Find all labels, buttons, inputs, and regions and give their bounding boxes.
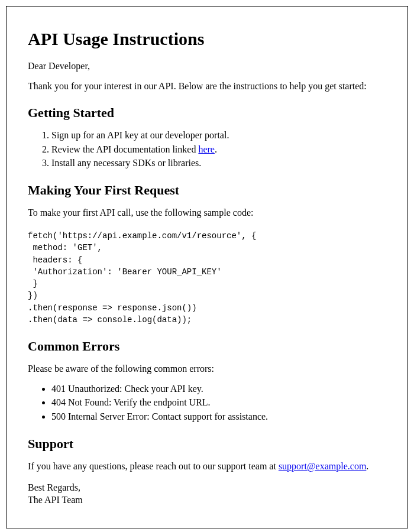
documentation-link[interactable]: here bbox=[198, 144, 215, 154]
list-item: Sign up for an API key at our developer … bbox=[51, 129, 386, 142]
heading-getting-started: Getting Started bbox=[28, 105, 386, 121]
first-request-intro: To make your first API call, use the fol… bbox=[28, 206, 386, 219]
list-item-suffix: . bbox=[215, 144, 217, 154]
intro-paragraph: Thank you for your interest in our API. … bbox=[28, 80, 386, 93]
heading-common-errors: Common Errors bbox=[28, 339, 386, 354]
heading-support: Support bbox=[28, 436, 386, 452]
heading-first-request: Making Your First Request bbox=[28, 183, 386, 198]
list-item-text: Install any necessary SDKs or libraries. bbox=[51, 158, 201, 168]
support-email-link[interactable]: support@example.com bbox=[279, 461, 366, 471]
list-item: 404 Not Found: Verify the endpoint URL. bbox=[51, 396, 386, 409]
document-page: API Usage Instructions Dear Developer, T… bbox=[6, 6, 408, 528]
list-item: Review the API documentation linked here… bbox=[51, 143, 386, 156]
common-errors-list: 401 Unauthorized: Check your API key. 40… bbox=[28, 382, 386, 423]
list-item: 401 Unauthorized: Check your API key. bbox=[51, 382, 386, 395]
signoff: Best Regards, The API Team bbox=[28, 481, 386, 507]
list-item: Install any necessary SDKs or libraries. bbox=[51, 157, 386, 170]
list-item: 500 Internal Server Error: Contact suppo… bbox=[51, 410, 386, 423]
getting-started-list: Sign up for an API key at our developer … bbox=[28, 129, 386, 170]
list-item-text: Sign up for an API key at our developer … bbox=[51, 130, 229, 140]
support-paragraph: If you have any questions, please reach … bbox=[28, 460, 386, 473]
code-sample: fetch('https://api.example.com/v1/resour… bbox=[28, 230, 386, 326]
page-title: API Usage Instructions bbox=[28, 29, 386, 49]
signoff-line2: The API Team bbox=[28, 495, 83, 505]
signoff-line1: Best Regards, bbox=[28, 482, 80, 492]
list-item-text: Review the API documentation linked bbox=[51, 144, 198, 154]
support-text-prefix: If you have any questions, please reach … bbox=[28, 461, 279, 471]
greeting: Dear Developer, bbox=[28, 60, 386, 73]
support-text-suffix: . bbox=[366, 461, 368, 471]
common-errors-intro: Please be aware of the following common … bbox=[28, 362, 386, 375]
